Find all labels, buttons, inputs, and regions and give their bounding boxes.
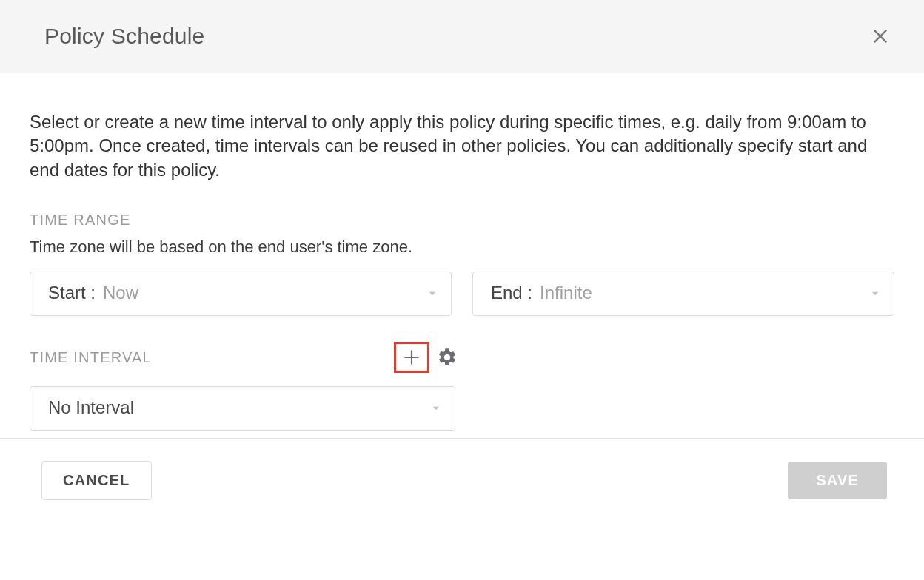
- end-dropdown[interactable]: End : Infinite: [472, 272, 894, 316]
- end-label: End :: [491, 283, 532, 303]
- close-icon: [871, 27, 890, 46]
- time-interval-label: TIME INTERVAL: [30, 349, 152, 366]
- gear-icon: [437, 347, 458, 368]
- start-dropdown[interactable]: Start : Now: [30, 272, 452, 316]
- start-label: Start :: [48, 283, 96, 303]
- start-value: Now: [103, 283, 138, 303]
- interval-dropdown[interactable]: No Interval: [30, 386, 455, 431]
- interval-value: No Interval: [48, 397, 134, 418]
- end-value: Infinite: [540, 283, 592, 303]
- chevron-down-icon: [431, 403, 441, 414]
- dialog-title: Policy Schedule: [44, 24, 204, 49]
- time-range-label: TIME RANGE: [30, 212, 894, 229]
- time-interval-header: TIME INTERVAL: [30, 342, 459, 373]
- dialog-header: Policy Schedule: [0, 0, 924, 73]
- time-range-row: Start : Now End : Infinite: [30, 272, 894, 316]
- chevron-down-icon: [427, 289, 438, 299]
- cancel-button[interactable]: CANCEL: [41, 461, 152, 500]
- add-interval-button[interactable]: [394, 342, 429, 373]
- description-text: Select or create a new time interval to …: [30, 110, 894, 182]
- save-button[interactable]: SAVE: [788, 462, 887, 499]
- dialog-content: Select or create a new time interval to …: [0, 73, 924, 438]
- close-button[interactable]: [866, 22, 894, 50]
- chevron-down-icon: [870, 289, 880, 299]
- plus-icon: [402, 348, 421, 367]
- policy-schedule-dialog: Policy Schedule Select or create a new t…: [0, 0, 924, 508]
- dialog-footer: CANCEL SAVE: [0, 438, 924, 508]
- interval-settings-button[interactable]: [435, 345, 459, 369]
- timezone-note: Time zone will be based on the end user'…: [30, 237, 894, 257]
